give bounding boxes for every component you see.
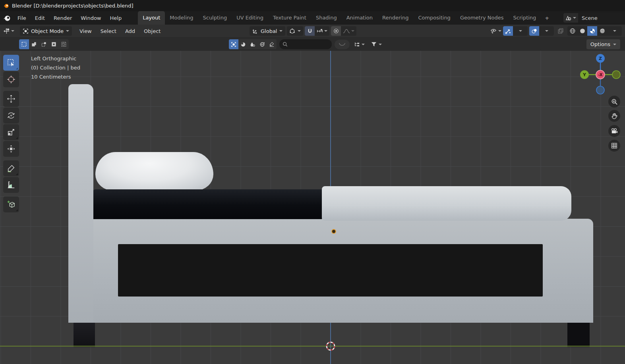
tool-scale[interactable] [3,124,19,140]
cursor-3d[interactable] [324,339,337,353]
select-intersect-icon [61,41,67,47]
tab-layout[interactable]: Layout [138,11,165,25]
mode-dropdown[interactable]: Object Mode [20,26,72,36]
blender-menu-logo-icon[interactable] [3,14,11,22]
shading-material-preview-button[interactable] [587,26,597,36]
bed-headboard[interactable] [68,84,93,323]
menu-file[interactable]: File [13,13,31,23]
proportional-falloff-dropdown[interactable] [341,26,356,36]
navigation-gizmo[interactable]: Z Y -X [579,53,622,98]
tool-annotate[interactable] [3,160,19,176]
pivot-point-dropdown[interactable] [287,26,303,36]
menu-select[interactable]: Select [96,27,121,36]
filter-object-button[interactable] [229,39,238,49]
filter-dropdown[interactable] [369,40,383,49]
add-workspace-button[interactable]: + [541,11,553,25]
menu-render[interactable]: Render [49,13,76,23]
add-cube-icon [7,200,15,209]
tab-compositing[interactable]: Compositing [413,11,455,25]
filter-brush-button[interactable] [267,39,277,49]
chevron-down-icon [66,30,69,32]
tab-rendering[interactable]: Rendering [377,11,413,25]
xray-toggle[interactable] [555,26,566,36]
proportional-circle-icon [333,28,339,34]
transform-orientation-dropdown[interactable]: Global [250,26,285,36]
transform-controls: Global [250,26,356,36]
bed-leg-left[interactable] [74,323,95,347]
chevron-down-icon [573,17,576,19]
scene-browse-button[interactable] [563,13,578,23]
tool-transform[interactable] [3,141,19,157]
show-overlays-toggle[interactable] [529,26,539,36]
tab-shading[interactable]: Shading [311,11,342,25]
shading-wireframe-button[interactable] [567,26,577,36]
select-intersect-button[interactable] [59,39,69,49]
magnet-icon [307,28,313,34]
id-filter-group [229,39,277,49]
tool-rotate[interactable] [3,108,19,123]
shading-rendered-button[interactable] [597,26,607,36]
tab-scripting[interactable]: Scripting [509,11,541,25]
filter-shading-button[interactable] [238,39,248,49]
zoom-button[interactable] [608,96,620,108]
filter-material-button[interactable] [248,39,257,49]
menu-help[interactable]: Help [106,13,126,23]
world-icon [259,42,265,47]
tool-measure[interactable] [3,177,19,193]
search-input[interactable] [290,41,331,48]
chevron-down-icon [545,30,548,32]
shading-solid-button[interactable] [577,26,587,36]
snap-toggle-button[interactable] [305,26,315,36]
viewport-3d[interactable]: Left Orthographic (0) Collection | bed 1… [0,51,625,364]
shading-settings-dropdown[interactable] [607,26,622,36]
overlays-settings-dropdown[interactable] [539,26,554,36]
menu-view[interactable]: View [75,27,96,36]
tool-move[interactable] [3,91,19,107]
pan-button[interactable] [608,110,620,122]
options-dropdown[interactable]: Options [586,39,620,49]
curve-falloff-button[interactable] [335,40,350,49]
tab-animation[interactable]: Animation [342,11,377,25]
select-mode-group [19,39,69,49]
tab-modeling[interactable]: Modeling [165,11,198,25]
tab-uv-editing[interactable]: UV Editing [232,11,268,25]
gizmo-settings-dropdown[interactable] [513,26,528,36]
snap-settings-dropdown[interactable] [315,26,329,36]
show-gizmo-toggle[interactable] [503,26,513,36]
editor-type-button[interactable] [3,26,14,36]
bed-side-panel[interactable] [118,244,543,297]
viewport-info-text: Left Orthographic (0) Collection | bed 1… [31,54,80,81]
tool-settings-bar: Options [0,38,625,51]
tool-select-box[interactable] [3,55,19,71]
annotate-pencil-icon [7,164,15,173]
select-invert-button[interactable] [49,39,59,49]
select-subtract-button[interactable] [39,39,49,49]
object-origin-dot[interactable] [331,229,336,234]
camera-view-button[interactable] [608,125,620,137]
solid-sphere-icon [579,28,586,34]
bed-leg-right[interactable] [567,323,590,347]
scene-name-field[interactable]: Scene [578,13,623,23]
tool-cursor[interactable] [3,71,19,87]
material-preview-sphere-icon [589,28,596,34]
tab-texture-paint[interactable]: Texture Paint [268,11,311,25]
menu-add[interactable]: Add [121,27,139,36]
bed-mattress-dark[interactable] [93,189,322,219]
menu-edit[interactable]: Edit [31,13,49,23]
ortho-perspective-button[interactable] [608,140,620,152]
select-extend-button[interactable] [29,39,39,49]
bed-pillow[interactable] [95,152,213,191]
tab-geometry-nodes[interactable]: Geometry Nodes [455,11,509,25]
proportional-edit-toggle[interactable] [331,26,341,36]
search-box [279,39,332,49]
display-mode-dropdown[interactable] [352,40,366,49]
bed-blanket[interactable] [322,186,571,221]
tab-sculpting[interactable]: Sculpting [198,11,232,25]
tool-add-cube[interactable] [3,196,19,212]
select-set-button[interactable] [19,39,29,49]
menu-object[interactable]: Object [139,27,165,36]
menu-window[interactable]: Window [76,13,105,23]
object-visibility-dropdown[interactable] [490,26,501,36]
filter-world-button[interactable] [257,39,267,49]
select-invert-icon [51,41,57,47]
